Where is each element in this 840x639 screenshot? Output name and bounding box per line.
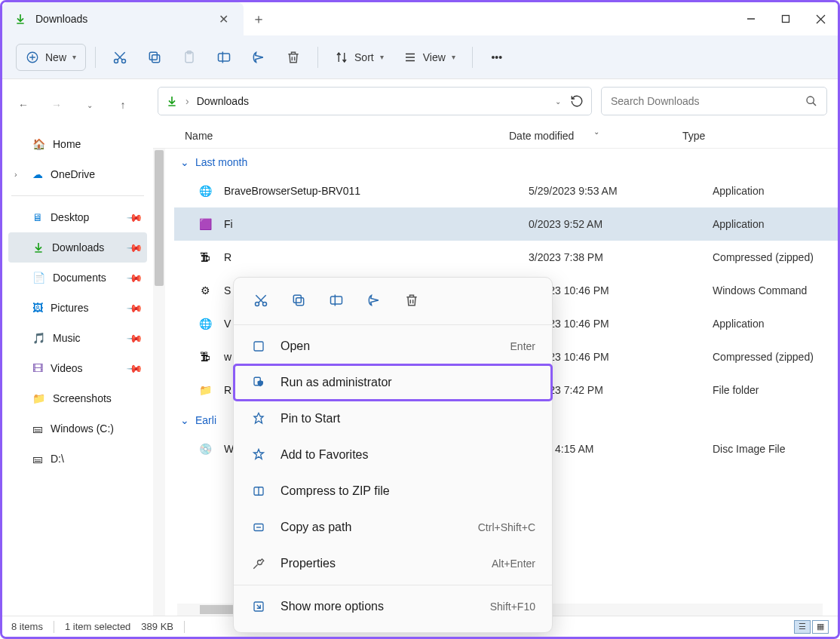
ctx-properties[interactable]: Properties Alt+Enter — [234, 545, 552, 582]
column-headers[interactable]: Name Date modified⌄ Type — [153, 123, 838, 149]
music-icon: 🎵 — [32, 332, 45, 344]
sidebar-label: Windows (C:) — [51, 422, 114, 435]
videos-icon: 🎞 — [32, 362, 43, 374]
view-button[interactable]: View ▾ — [396, 44, 463, 71]
up-button[interactable]: ↑ — [112, 94, 133, 115]
address-bar[interactable]: › Downloads ⌄ — [158, 87, 592, 115]
sidebar-item-home[interactable]: 🏠 Home — [8, 129, 147, 159]
sort-button[interactable]: Sort ▾ — [327, 44, 391, 71]
ctx-share-button[interactable] — [363, 290, 385, 311]
file-type: Windows Command — [713, 284, 838, 296]
desktop-icon: 🖥 — [32, 211, 43, 223]
menu-shortcut: Shift+F10 — [490, 601, 535, 613]
cut-button[interactable] — [105, 44, 135, 71]
ctx-add-to-favorites[interactable]: Add to Favorites — [234, 437, 552, 473]
ctx-show-more-options[interactable]: Show more options Shift+F10 — [234, 588, 552, 625]
ctx-run-as-administrator[interactable]: Run as administrator — [234, 364, 552, 401]
maximize-button[interactable] — [768, 4, 803, 34]
delete-button[interactable] — [278, 44, 308, 71]
separator — [95, 47, 96, 68]
column-name[interactable]: Name — [185, 130, 509, 142]
search-input[interactable] — [611, 95, 805, 107]
new-tab-button[interactable]: ＋ — [244, 4, 274, 34]
sidebar-item-onedrive[interactable]: › ☁ OneDrive — [8, 159, 147, 189]
separator — [54, 621, 54, 633]
app-icon: 🌐 — [197, 183, 213, 199]
ctx-copy-as-path[interactable]: Copy as path Ctrl+Shift+C — [234, 509, 552, 545]
sidebar-item-documents[interactable]: 📄 Documents 📌 — [8, 263, 147, 293]
download-arrow-icon — [14, 13, 26, 25]
sidebar-item-pictures[interactable]: 🖼 Pictures 📌 — [8, 293, 147, 323]
sidebar-item-screenshots[interactable]: 📁 Screenshots — [8, 383, 147, 413]
refresh-button[interactable] — [570, 94, 584, 108]
status-selected: 1 item selected — [65, 621, 130, 632]
forward-button[interactable]: → — [46, 94, 67, 115]
pin-icon: 📌 — [126, 208, 143, 226]
sidebar-item-windows-c[interactable]: 🖴 Windows (C:) — [8, 413, 147, 444]
breadcrumb-location[interactable]: Downloads — [197, 95, 249, 107]
expand-icon[interactable]: › — [14, 170, 25, 179]
new-button[interactable]: New ▾ — [16, 44, 86, 71]
file-name: Fi — [224, 218, 518, 230]
file-type: Application — [713, 218, 838, 230]
file-date: 3/2023 7:42 PM — [529, 384, 702, 396]
minimize-button[interactable] — [734, 4, 768, 34]
file-date: 5/29/2023 9:53 AM — [529, 185, 702, 197]
new-label: New — [45, 51, 66, 63]
ctx-compress-zip[interactable]: Compress to ZIP file — [234, 473, 552, 509]
sidebar-label: Home — [53, 138, 81, 150]
menu-shortcut: Enter — [510, 340, 535, 352]
ctx-delete-button[interactable] — [401, 290, 422, 311]
details-view-button[interactable]: ☰ — [794, 620, 811, 634]
file-name: R — [224, 251, 518, 263]
sidebar-item-downloads[interactable]: Downloads 📌 — [8, 232, 147, 263]
close-button[interactable] — [803, 4, 838, 34]
svg-point-5 — [115, 59, 118, 63]
search-icon[interactable] — [805, 95, 817, 107]
address-dropdown-icon[interactable]: ⌄ — [555, 97, 561, 106]
thumbnails-view-button[interactable]: ▦ — [812, 620, 829, 634]
separator — [184, 621, 185, 633]
sidebar-item-videos[interactable]: 🎞 Videos 📌 — [8, 353, 147, 383]
search-box[interactable] — [601, 87, 827, 115]
back-button[interactable]: ← — [13, 94, 34, 115]
cloud-icon: ☁ — [32, 168, 43, 180]
scrollbar-thumb[interactable] — [155, 150, 164, 286]
menu-label: Run as administrator — [281, 376, 522, 389]
ctx-rename-button[interactable] — [326, 290, 347, 311]
star-icon — [250, 448, 267, 462]
tab-downloads[interactable]: Downloads ✕ — [2, 2, 244, 35]
rename-button[interactable] — [209, 44, 239, 71]
zip-icon — [250, 484, 267, 498]
group-header-last-month[interactable]: ⌄ Last month — [174, 149, 838, 174]
sidebar-label: Videos — [51, 362, 83, 374]
recent-dropdown[interactable]: ⌄ — [79, 94, 100, 115]
paste-button[interactable] — [174, 44, 204, 71]
group-label: Earli — [195, 414, 216, 426]
column-date[interactable]: Date modified⌄ — [509, 130, 682, 142]
pin-icon: 📌 — [126, 329, 143, 346]
file-row[interactable]: 🌐 BraveBrowserSetup-BRV011 5/29/2023 9:5… — [174, 174, 838, 207]
tab-close-icon[interactable]: ✕ — [216, 9, 231, 29]
disc-icon: 💿 — [197, 441, 213, 457]
file-row[interactable]: 🟪 Fi 0/2023 9:52 AM Application — [174, 207, 838, 241]
vertical-scrollbar[interactable] — [153, 149, 165, 616]
more-button[interactable]: ••• — [482, 44, 512, 71]
ctx-cut-button[interactable] — [250, 290, 271, 311]
file-row[interactable]: 🗜 R 3/2023 7:38 PM Compressed (zipped) — [174, 241, 838, 274]
column-type[interactable]: Type — [682, 130, 838, 142]
share-button[interactable] — [244, 44, 274, 71]
sidebar-label: OneDrive — [51, 168, 95, 180]
sidebar-item-desktop[interactable]: 🖥 Desktop 📌 — [8, 202, 147, 232]
svg-point-12 — [807, 97, 814, 103]
separator — [11, 195, 144, 196]
zip-icon: 🗜 — [197, 349, 213, 365]
file-type: File folder — [713, 384, 838, 396]
sidebar-item-d[interactable]: 🖴 D:\ — [8, 444, 147, 474]
pin-icon: 📌 — [126, 238, 143, 256]
copy-button[interactable] — [139, 44, 170, 71]
ctx-open[interactable]: Open Enter — [234, 328, 552, 364]
ctx-pin-to-start[interactable]: Pin to Start — [234, 401, 552, 437]
ctx-copy-button[interactable] — [288, 290, 309, 311]
sidebar-item-music[interactable]: 🎵 Music 📌 — [8, 323, 147, 353]
